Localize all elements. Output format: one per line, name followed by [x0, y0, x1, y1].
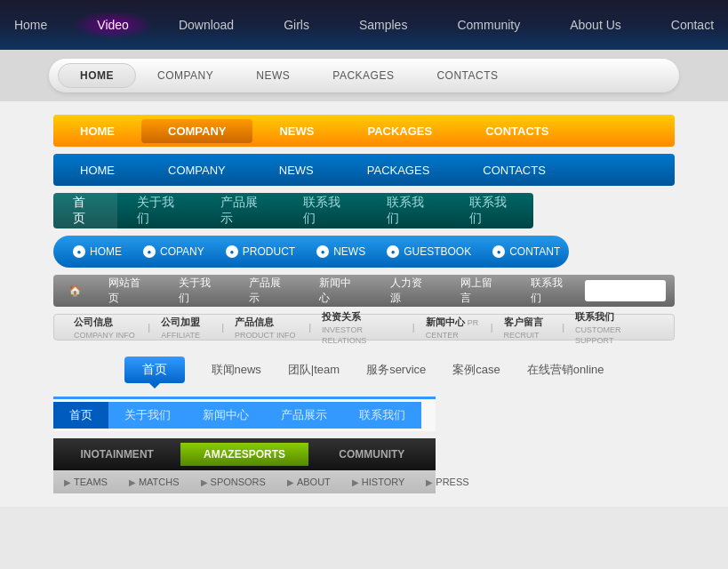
nav5-contact2[interactable]: 联系我们	[367, 189, 451, 232]
nav7-home-icon[interactable]: 🏠	[58, 279, 92, 302]
nav6-product[interactable]: ● PRODUCT	[215, 242, 306, 261]
main-content: HOME COMPANY NEWS PACKAGES CONTACTS HOME…	[0, 101, 728, 507]
nav1-contact[interactable]: Contact	[646, 11, 728, 39]
nav9-service[interactable]: 服务service	[366, 362, 426, 378]
nav12-press[interactable]: ▶ PRESS	[415, 473, 479, 491]
nav11-community[interactable]: COMMUNITY	[308, 443, 436, 466]
nav7-contact[interactable]: 联系我们	[515, 270, 585, 311]
nav12-about-arrow: ▶	[287, 477, 294, 487]
nav12-teams[interactable]: ▶ TEAMS	[53, 473, 118, 491]
navbar-blue: HOME COMPANY NEWS PACKAGES CONTACTS	[53, 154, 675, 186]
navbar-pill: HOME COMPANY NEWS PACKAGES CONTACTS	[49, 59, 679, 92]
nav8-investor[interactable]: 投资关系 INVESTOR RELATIONS	[311, 307, 412, 349]
nav2-home[interactable]: HOME	[58, 63, 136, 88]
nav1-items: Home Video Download Girls Samples Commun…	[0, 11, 728, 39]
nav8-company-info[interactable]: 公司信息 COMPANY INFO	[63, 312, 148, 343]
nav6-home[interactable]: ● HOME	[62, 242, 132, 261]
nav5-products[interactable]: 产品展示	[201, 189, 284, 232]
nav10-wrapper: 首页 关于我们 新闻中心 产品展示 联系我们	[53, 397, 436, 431]
nav6-product-dot: ●	[226, 245, 238, 258]
nav4-home[interactable]: HOME	[53, 158, 141, 182]
nav9-wrapper: 首页 联闻news 团队|team 服务service 案例case 在线营销o…	[53, 348, 675, 392]
nav7-products[interactable]: 产品展示	[233, 270, 303, 311]
nav2-wrapper: HOME COMPANY NEWS PACKAGES CONTACTS	[0, 50, 728, 101]
nav6-home-dot: ●	[73, 245, 85, 258]
nav1-community[interactable]: Community	[432, 11, 545, 39]
nav5-contact3[interactable]: 联系我们	[450, 189, 533, 232]
navbar-center: 首页 联闻news 团队|team 服务service 案例case 在线营销o…	[124, 357, 604, 383]
nav7-about[interactable]: 关于我们	[163, 270, 233, 311]
nav2-news[interactable]: NEWS	[235, 64, 311, 87]
nav7-hr[interactable]: 人力资源	[374, 270, 444, 311]
nav1-aboutus[interactable]: About Us	[545, 11, 646, 39]
nav12-matchs-arrow: ▶	[129, 477, 136, 487]
nav12-sponsors-arrow: ▶	[201, 477, 208, 487]
nav10-about[interactable]: 关于我们	[108, 402, 187, 429]
nav9-news[interactable]: 联闻news	[212, 362, 261, 378]
nav7-message[interactable]: 网上留言	[444, 270, 515, 311]
nav10-home[interactable]: 首页	[53, 402, 108, 429]
nav1-girls[interactable]: Girls	[259, 11, 334, 39]
nav4-contacts[interactable]: CONTACTS	[456, 158, 572, 182]
navbar-gray-search: 🏠 网站首页 关于我们 产品展示 新闻中心 人力资源 网上留言 联系我们	[53, 275, 675, 307]
nav6-news-dot: ●	[316, 245, 329, 258]
nav8-prcenter[interactable]: 新闻中心 PR CENTER	[415, 312, 491, 343]
nav7-website[interactable]: 网站首页	[92, 270, 163, 311]
nav11-amazesports[interactable]: AMAZESPORTS	[180, 443, 308, 466]
nav6-copany-dot: ●	[143, 245, 156, 258]
nav6-contant-dot: ●	[492, 245, 505, 258]
nav7-news[interactable]: 新闻中心	[303, 270, 373, 311]
nav10-news[interactable]: 新闻中心	[187, 402, 265, 429]
nav2-contacts[interactable]: CONTACTS	[415, 64, 519, 87]
nav1-download[interactable]: Download	[154, 11, 259, 39]
nav4-news[interactable]: NEWS	[252, 158, 340, 182]
nav3-news[interactable]: NEWS	[252, 119, 340, 143]
nav4-company[interactable]: COMPANY	[141, 158, 252, 182]
nav8-product-info[interactable]: 产品信息 PRODUCT INFO	[224, 312, 308, 343]
nav1-video[interactable]: Video	[72, 11, 154, 39]
nav3-contacts[interactable]: CONTACTS	[459, 119, 575, 143]
nav7-search-input[interactable]	[589, 285, 660, 296]
nav1-samples[interactable]: Samples	[334, 11, 432, 39]
nav8-affiliate[interactable]: 公司加盟 AFFILIATE	[150, 312, 221, 343]
nav12-matchs[interactable]: ▶ MATCHS	[118, 473, 190, 491]
navbar-teal-chinese: 首 页 关于我们 产品展示 联系我们 联系我们 联系我们	[53, 193, 533, 228]
nav9-case[interactable]: 案例case	[452, 362, 500, 378]
nav4-packages[interactable]: PACKAGES	[340, 158, 457, 182]
nav12-sponsors[interactable]: ▶ SPONSORS	[190, 473, 276, 491]
nav6-guestbook-dot: ●	[387, 245, 399, 258]
nav6-guestbook[interactable]: ● GUESTBOOK	[376, 242, 482, 261]
nav11-inotainment[interactable]: INOTAINMENT	[53, 443, 180, 466]
nav10-products[interactable]: 产品展示	[265, 402, 343, 429]
nav1-home[interactable]: Home	[0, 11, 72, 39]
nav12-history-arrow: ▶	[352, 477, 359, 487]
navbar-blue-circles: ● HOME ● COPANY ● PRODUCT ● NEWS ● GUEST…	[53, 236, 569, 268]
nav3-packages[interactable]: PACKAGES	[340, 119, 459, 143]
nav3-home[interactable]: HOME	[53, 119, 141, 143]
nav12-about[interactable]: ▶ ABOUT	[276, 473, 341, 491]
nav5-about[interactable]: 关于我们	[117, 189, 201, 232]
nav6-contant[interactable]: ● CONTANT	[482, 242, 571, 261]
nav2-packages[interactable]: PACKAGES	[311, 64, 415, 87]
nav9-team[interactable]: 团队|team	[288, 362, 340, 378]
navbar-orange: HOME COMPANY NEWS PACKAGES CONTACTS	[53, 115, 675, 147]
nav12-press-arrow: ▶	[426, 477, 433, 487]
nav12-teams-arrow: ▶	[64, 477, 71, 487]
nav5-contact1[interactable]: 联系我们	[284, 189, 367, 232]
nav7-search-box[interactable]	[585, 280, 666, 301]
nav10-contact[interactable]: 联系我们	[343, 402, 421, 429]
nav12-history[interactable]: ▶ HISTORY	[341, 473, 416, 491]
nav6-news[interactable]: ● NEWS	[306, 242, 376, 261]
nav8-recruit[interactable]: 客户留言 RECRUIT	[493, 312, 563, 343]
nav9-online[interactable]: 在线营销online	[527, 362, 604, 378]
nav6-copany[interactable]: ● COPANY	[132, 242, 215, 261]
nav2-company[interactable]: COMPANY	[136, 64, 235, 87]
nav8-customer-support[interactable]: 联系我们 CUSTOMER SUPPORT	[564, 307, 665, 349]
nav3-company[interactable]: COMPANY	[141, 119, 252, 143]
navbar-dark: Home Video Download Girls Samples Commun…	[0, 0, 728, 50]
navbar-dark-green: INOTAINMENT AMAZESPORTS COMMUNITY	[53, 438, 436, 470]
nav5-home[interactable]: 首 页	[53, 189, 117, 232]
nav9-active-btn[interactable]: 首页	[124, 357, 185, 383]
navbar-submenu: 公司信息 COMPANY INFO | 公司加盟 AFFILIATE | 产品信…	[53, 314, 675, 341]
navbar-blue-tabs: 首页 关于我们 新闻中心 产品展示 联系我们	[53, 399, 436, 431]
